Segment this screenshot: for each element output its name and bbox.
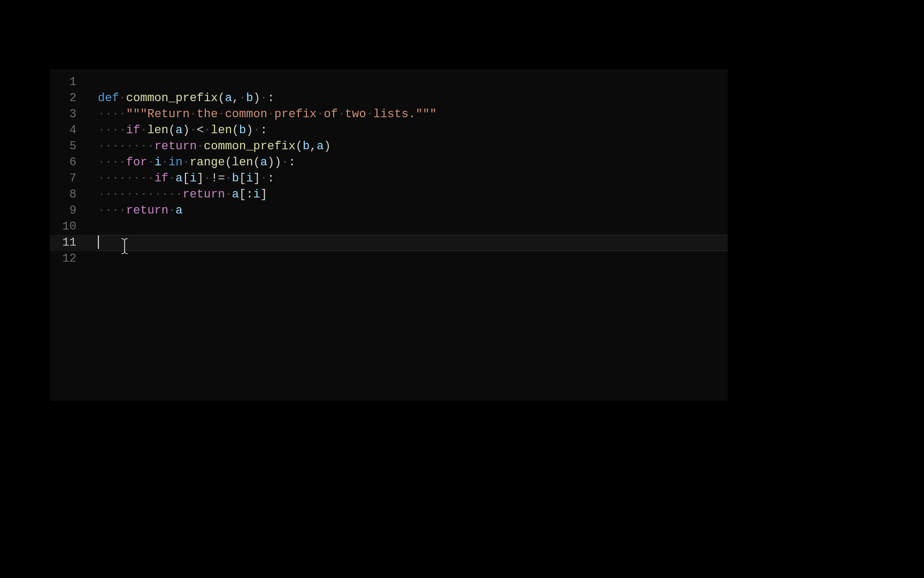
code-line[interactable]: 6····for·i·in·range(len(a))·: [50,155,728,171]
line-number: 2 [50,90,82,107]
line-content[interactable]: ········return·common_prefix(b,a) [82,139,728,155]
code-line[interactable]: 5········return·common_prefix(b,a) [50,139,728,155]
code-line[interactable]: 4····if·len(a)·<·len(b)·: [50,123,728,139]
code-line[interactable]: 11 [50,235,728,251]
line-number: 6 [50,155,82,171]
line-number: 8 [50,187,82,203]
line-number: 5 [50,139,82,155]
line-number: 11 [50,235,82,251]
line-content[interactable]: ····"""Return·the·common·prefix·of·two·l… [82,107,728,123]
line-content[interactable]: ····for·i·in·range(len(a))·: [82,155,728,171]
code-line[interactable]: 1 [50,74,728,90]
code-line[interactable]: 3····"""Return·the·common·prefix·of·two·… [50,107,728,123]
line-number: 7 [50,171,82,187]
code-line[interactable]: 8············return·a[:i] [50,187,728,203]
code-editor[interactable]: 12def·common_prefix(a,·b)·:3····"""Retur… [50,69,728,401]
line-number: 10 [50,219,82,235]
code-line[interactable]: 2def·common_prefix(a,·b)·: [50,90,728,107]
code-line[interactable]: 10 [50,219,728,235]
line-content[interactable]: ············return·a[:i] [82,187,728,203]
code-line[interactable]: 7········if·a[i]·!=·b[i]·: [50,171,728,187]
line-number: 9 [50,203,82,219]
line-number: 1 [50,74,82,90]
line-content[interactable]: def·common_prefix(a,·b)·: [82,90,728,107]
line-number: 3 [50,107,82,123]
line-content[interactable] [82,235,728,251]
code-lines[interactable]: 12def·common_prefix(a,·b)·:3····"""Retur… [50,69,728,267]
text-caret [98,235,99,249]
code-line[interactable]: 12 [50,251,728,267]
line-content[interactable]: ········if·a[i]·!=·b[i]·: [82,171,728,187]
line-content[interactable]: ····return·a [82,203,728,219]
code-line[interactable]: 9····return·a [50,203,728,219]
line-number: 4 [50,123,82,139]
line-content[interactable]: ····if·len(a)·<·len(b)·: [82,123,728,139]
line-number: 12 [50,251,82,267]
